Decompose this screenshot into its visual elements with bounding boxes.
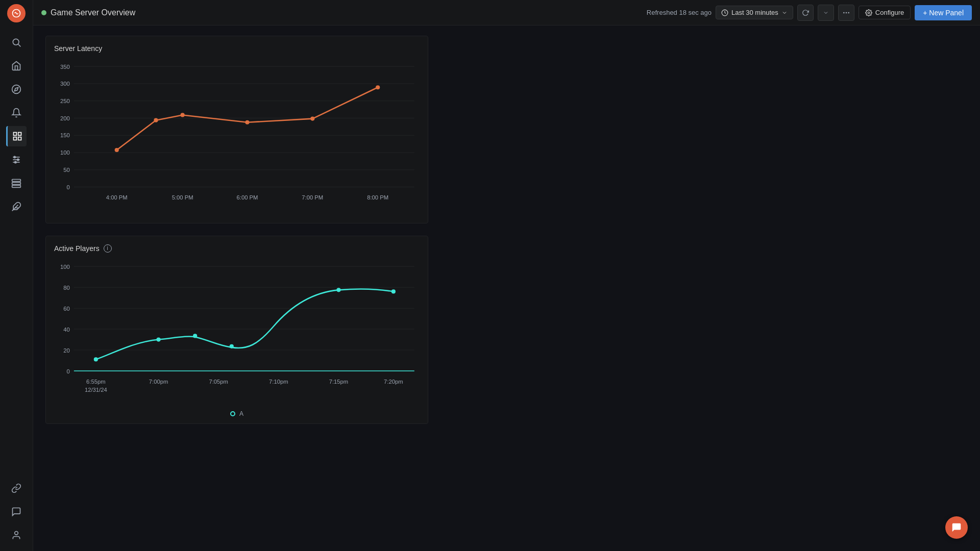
new-panel-button[interactable]: + New Panel [915, 5, 972, 20]
svg-marker-4 [14, 87, 18, 91]
svg-text:12/31/24: 12/31/24 [85, 387, 107, 393]
dashboard-area: Server Latency 350 300 250 200 150 100 5… [33, 26, 980, 551]
grafana-logo[interactable] [7, 4, 26, 22]
svg-rect-6 [18, 133, 21, 136]
legend-dot [230, 411, 235, 416]
active-players-dot-6 [391, 289, 396, 293]
connections-sidebar-item[interactable] [6, 478, 27, 498]
more-options-button[interactable] [838, 5, 854, 21]
active-players-legend: A [54, 410, 420, 417]
sidebar-bottom [6, 477, 27, 547]
active-players-chart-svg: 100 80 60 40 20 0 6:55pm [54, 259, 420, 405]
chevron-down-icon [823, 10, 829, 16]
svg-text:5:00 PM: 5:00 PM [172, 194, 193, 201]
active-players-chart-container: 100 80 60 40 20 0 6:55pm [54, 259, 420, 406]
svg-line-2 [18, 44, 21, 47]
refresh-info: Refreshed 18 sec ago [647, 9, 712, 16]
svg-text:350: 350 [60, 64, 70, 70]
topbar-right: Refreshed 18 sec ago Last 30 minutes Con… [647, 5, 972, 21]
time-range-selector[interactable]: Last 30 minutes [716, 6, 793, 19]
svg-text:300: 300 [60, 81, 70, 87]
refresh-button[interactable] [797, 5, 814, 21]
svg-rect-15 [12, 180, 21, 182]
svg-text:7:10pm: 7:10pm [269, 379, 288, 385]
latency-chart-title: Server Latency [54, 44, 420, 53]
settings-icon [865, 9, 872, 16]
svg-text:250: 250 [60, 98, 70, 104]
svg-text:7:15pm: 7:15pm [329, 379, 349, 385]
active-players-chart-panel: Active Players i 100 80 60 40 20 0 [45, 236, 428, 424]
status-dot [41, 10, 46, 15]
refresh-icon [802, 9, 809, 16]
home-sidebar-item[interactable] [6, 56, 27, 76]
svg-text:150: 150 [60, 132, 70, 138]
svg-point-13 [17, 159, 19, 160]
dashboards-sidebar-item[interactable] [6, 126, 27, 146]
svg-text:8:00 PM: 8:00 PM [367, 194, 388, 201]
svg-point-25 [868, 12, 870, 14]
latency-dot-3 [181, 113, 185, 117]
svg-text:50: 50 [63, 167, 70, 173]
active-players-dot-4 [230, 344, 234, 348]
svg-text:0: 0 [66, 184, 69, 190]
chevron-down-icon [781, 10, 788, 16]
clock-icon [721, 9, 728, 16]
server-sidebar-item[interactable] [6, 173, 27, 193]
svg-point-1 [13, 39, 19, 45]
svg-text:7:20pm: 7:20pm [384, 379, 403, 385]
latency-dot-2 [154, 118, 158, 122]
svg-rect-7 [13, 137, 16, 140]
active-players-dot-2 [156, 337, 160, 341]
svg-point-23 [846, 12, 847, 13]
svg-point-24 [848, 12, 849, 13]
active-players-title: Active Players i [54, 244, 420, 253]
svg-text:20: 20 [63, 347, 70, 354]
latency-dot-4 [245, 120, 249, 124]
svg-rect-16 [12, 182, 21, 184]
time-range-label: Last 30 minutes [731, 9, 778, 16]
svg-point-12 [14, 156, 15, 158]
svg-point-20 [15, 532, 18, 535]
latency-dot-5 [310, 117, 314, 121]
page-title-area: Game Server Overview [41, 8, 135, 17]
chat-bubble-icon [951, 522, 962, 533]
legend-label: A [239, 410, 243, 417]
page-title: Game Server Overview [51, 8, 135, 17]
active-players-dot-1 [94, 357, 98, 361]
configure-label: Configure [875, 9, 904, 16]
config-sidebar-item[interactable] [6, 149, 27, 170]
chat-bubble-button[interactable] [945, 516, 968, 539]
svg-text:200: 200 [60, 115, 70, 121]
alerting-sidebar-item[interactable] [6, 103, 27, 123]
svg-text:4:00 PM: 4:00 PM [106, 194, 128, 201]
svg-rect-8 [18, 137, 21, 140]
svg-text:7:05pm: 7:05pm [209, 379, 228, 385]
svg-text:100: 100 [60, 264, 70, 270]
svg-text:7:00 PM: 7:00 PM [302, 194, 323, 201]
latency-dot-1 [115, 148, 119, 152]
svg-text:40: 40 [63, 327, 70, 333]
sidebar [0, 0, 33, 551]
active-players-info-icon[interactable]: i [104, 244, 112, 253]
profile-sidebar-item[interactable] [6, 525, 27, 545]
main-content: Game Server Overview Refreshed 18 sec ag… [33, 0, 980, 551]
svg-text:6:55pm: 6:55pm [86, 379, 106, 385]
svg-text:100: 100 [60, 149, 70, 156]
chat-sidebar-item[interactable] [6, 502, 27, 522]
latency-chart-container: 350 300 250 200 150 100 50 0 [54, 59, 420, 217]
ellipsis-icon [842, 9, 850, 17]
configure-button[interactable]: Configure [859, 6, 911, 19]
svg-text:7:00pm: 7:00pm [149, 379, 168, 385]
explore-sidebar-item[interactable] [6, 79, 27, 99]
plugins-sidebar-item[interactable] [6, 196, 27, 217]
svg-point-22 [843, 12, 845, 13]
active-players-dot-5 [336, 288, 340, 292]
svg-rect-5 [13, 133, 16, 136]
topbar: Game Server Overview Refreshed 18 sec ag… [33, 0, 980, 26]
latency-chart-panel: Server Latency 350 300 250 200 150 100 5… [45, 36, 428, 223]
new-panel-label: + New Panel [923, 9, 964, 17]
refresh-dropdown-button[interactable] [818, 5, 834, 21]
svg-text:60: 60 [63, 306, 70, 312]
search-sidebar-item[interactable] [6, 32, 27, 53]
svg-text:80: 80 [63, 285, 70, 291]
